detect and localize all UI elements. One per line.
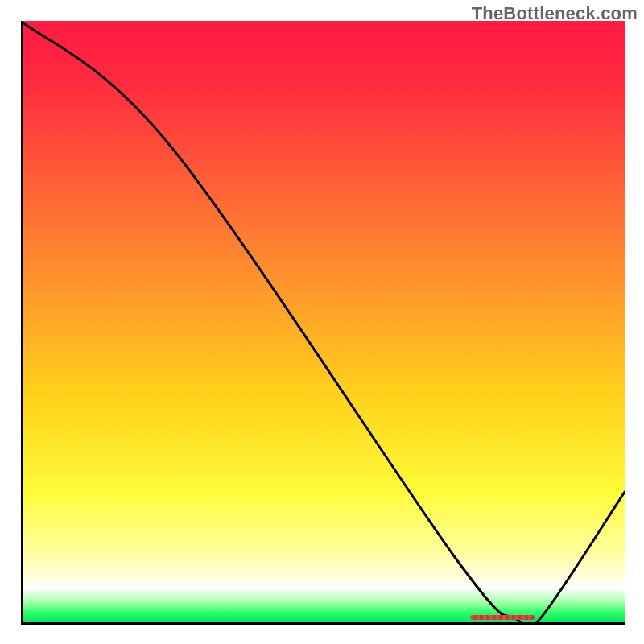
gradient-background [21,21,625,625]
chart-container: TheBottleneck.com [0,0,644,644]
plot-area [21,21,625,625]
min-marker [470,615,535,620]
